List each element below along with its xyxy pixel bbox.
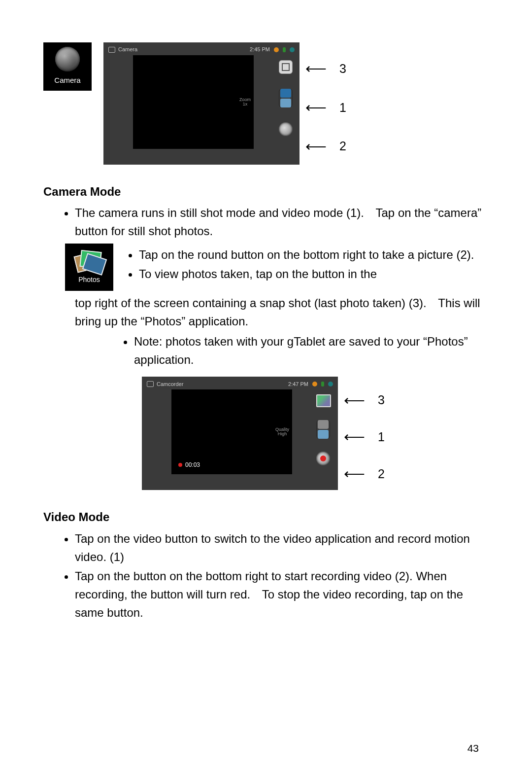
callout-3: ⟵3 (305, 59, 346, 78)
home-icon (108, 47, 115, 53)
camera-app-icon: Camera (43, 42, 92, 91)
callout-3: ⟵3 (344, 390, 385, 410)
status-battery-icon (283, 47, 286, 52)
video-mode-icon (318, 430, 329, 439)
camera-screenshot-block: Camera 2:45 PM Zoom 1x (103, 42, 346, 165)
last-photo-thumbnail[interactable] (279, 60, 293, 74)
side-controls (279, 60, 293, 136)
heading-camera-mode: Camera Mode (43, 182, 489, 201)
status-dot-orange-icon (312, 382, 317, 386)
camera-app-label: Camera (54, 74, 80, 86)
list-item: Tap on the video button to switch to the… (75, 529, 489, 566)
callout-1: ⟵1 (344, 427, 385, 447)
camera-mode-list: The camera runs in still shot mode and v… (58, 204, 489, 240)
arrow-left-icon: ⟵ (344, 393, 365, 408)
continuation-text: top right of the screen containing a sna… (75, 294, 489, 330)
list-item: Tap on the button on the bottom right to… (75, 567, 489, 622)
recording-indicator: 00:03 (178, 460, 200, 470)
photos-row: Photos Tap on the round button on the bo… (65, 244, 489, 291)
arrow-left-icon: ⟵ (344, 466, 365, 481)
camera-screenshot: Camera 2:45 PM Zoom 1x (103, 42, 299, 165)
last-photo-thumbnail[interactable] (316, 394, 331, 407)
photos-stack-icon (75, 249, 103, 273)
shutter-button[interactable] (279, 122, 293, 136)
camera-note-list: Note: photos taken with your gTablet are… (117, 332, 489, 369)
video-mode-icon (280, 99, 291, 107)
camcorder-screenshot-block: Camcorder 2:47 PM Quality High 00:03 (142, 377, 489, 490)
screenshot-clock: 2:47 PM (288, 380, 308, 388)
page-number: 43 (467, 742, 479, 754)
heading-video-mode: Video Mode (43, 508, 489, 526)
arrow-left-icon: ⟵ (305, 100, 327, 115)
arrow-left-icon: ⟵ (305, 139, 327, 154)
callouts-column: ⟵3 ⟵1 ⟵2 (305, 42, 346, 165)
callout-1: ⟵1 (305, 98, 346, 117)
list-item: To view photos taken, tap on the button … (139, 265, 474, 283)
list-item: Tap on the round button on the bottom ri… (139, 246, 474, 264)
camera-mode-icon (318, 420, 329, 429)
list-item: Note: photos taken with your gTablet are… (134, 332, 489, 369)
viewfinder: Quality High 00:03 (171, 389, 292, 474)
camera-sub-list: Tap on the round button on the bottom ri… (122, 246, 474, 284)
record-button[interactable] (316, 452, 330, 465)
camcorder-screenshot: Camcorder 2:47 PM Quality High 00:03 (142, 377, 338, 490)
statusbar: Camera 2:45 PM (108, 46, 295, 53)
statusbar: Camcorder 2:47 PM (147, 381, 333, 387)
mode-switch[interactable] (316, 420, 330, 439)
screenshot-title: Camcorder (157, 380, 183, 388)
arrow-left-icon: ⟵ (305, 61, 327, 76)
callout-2: ⟵2 (305, 137, 346, 156)
list-item: The camera runs in still shot mode and v… (75, 204, 489, 240)
status-wifi-icon (290, 47, 295, 52)
callouts-column: ⟵3 ⟵1 ⟵2 (344, 377, 385, 490)
record-dot-icon (178, 463, 182, 467)
arrow-left-icon: ⟵ (344, 429, 365, 444)
zoom-label: Zoom 1x (239, 98, 251, 106)
status-wifi-icon (328, 382, 333, 386)
photos-app-icon: Photos (65, 244, 113, 291)
photos-app-label: Photos (78, 275, 100, 285)
home-icon (147, 381, 154, 387)
screenshot-title: Camera (118, 45, 137, 54)
square-icon (282, 63, 290, 71)
screenshot-clock: 2:45 PM (250, 45, 270, 54)
status-battery-icon (321, 382, 324, 386)
side-controls (316, 394, 331, 465)
camera-lens-icon (55, 47, 80, 71)
viewfinder: Zoom 1x (133, 55, 254, 149)
quality-label: Quality High (275, 427, 289, 436)
mode-switch[interactable] (279, 89, 293, 107)
camera-mode-icon (280, 89, 291, 98)
video-mode-list: Tap on the video button to switch to the… (58, 529, 489, 622)
status-dot-orange-icon (274, 47, 279, 52)
top-figure-row: Camera Camera 2:45 PM (43, 42, 489, 165)
callout-2: ⟵2 (344, 464, 385, 484)
